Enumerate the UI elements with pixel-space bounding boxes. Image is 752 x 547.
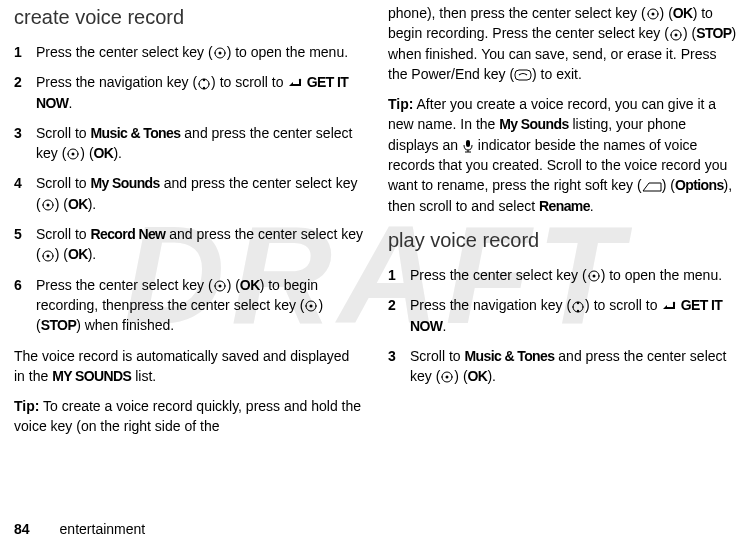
step-row: 3 Scroll to Music & Tones and press the … xyxy=(14,123,364,164)
svg-point-33 xyxy=(657,13,659,15)
text: OK xyxy=(240,277,260,293)
center-select-key-icon xyxy=(304,299,318,313)
right-column: phone), then press the center select key… xyxy=(388,3,738,515)
text: Scroll to xyxy=(36,175,90,191)
text: OK xyxy=(68,196,88,212)
step-row: 1 Press the center select key () to open… xyxy=(388,265,738,285)
text: ). xyxy=(88,246,97,262)
step-text: Scroll to Music & Tones and press the ce… xyxy=(410,346,738,387)
center-select-key-icon xyxy=(440,370,454,384)
svg-point-5 xyxy=(203,78,205,80)
section-name: entertainment xyxy=(60,519,146,539)
svg-point-3 xyxy=(224,52,226,54)
svg-point-44 xyxy=(588,275,590,277)
svg-point-35 xyxy=(674,33,677,36)
text: MY SOUNDS xyxy=(52,368,131,384)
center-select-key-icon xyxy=(587,269,601,283)
svg-point-36 xyxy=(670,34,672,36)
step-text: Press the center select key () to open t… xyxy=(36,42,364,62)
svg-point-25 xyxy=(224,285,226,287)
center-select-key-icon xyxy=(41,198,55,212)
step-number: 1 xyxy=(14,42,36,62)
step-row: 4 Scroll to My Sounds and press the cent… xyxy=(14,173,364,214)
get-it-now-icon xyxy=(287,78,303,90)
tip-label: Tip: xyxy=(388,96,413,112)
center-select-key-icon xyxy=(646,7,660,21)
navigation-key-icon xyxy=(197,77,211,91)
step-number: 3 xyxy=(388,346,410,387)
text: ). xyxy=(487,368,496,384)
step-row: 6 Press the center select key () (OK) to… xyxy=(14,275,364,336)
step-number: 3 xyxy=(14,123,36,164)
svg-point-23 xyxy=(218,284,221,287)
text: ). xyxy=(88,196,97,212)
svg-point-32 xyxy=(647,13,649,15)
power-end-key-icon xyxy=(514,69,532,81)
center-select-key-icon xyxy=(213,46,227,60)
text: ) to scroll to xyxy=(585,297,661,313)
microphone-icon xyxy=(462,139,474,153)
step-text: Scroll to Music & Tones and press the ce… xyxy=(36,123,364,164)
text: ) ( xyxy=(55,196,68,212)
text: ) ( xyxy=(227,277,240,293)
svg-point-31 xyxy=(651,13,654,16)
step-text: Press the navigation key () to scroll to… xyxy=(410,295,738,336)
text: Scroll to xyxy=(36,226,90,242)
svg-point-16 xyxy=(42,204,44,206)
svg-point-43 xyxy=(592,275,595,278)
svg-point-47 xyxy=(577,301,579,303)
svg-point-53 xyxy=(446,376,449,379)
text: ) ( xyxy=(80,145,93,161)
text: ) to open the menu. xyxy=(227,44,348,60)
step-row: 3 Scroll to Music & Tones and press the … xyxy=(388,346,738,387)
text: . xyxy=(68,95,72,111)
text: Press the navigation key ( xyxy=(410,297,571,313)
text: Rename xyxy=(539,198,590,214)
text: To create a voice record quickly, press … xyxy=(14,398,361,434)
text: . xyxy=(590,198,594,214)
svg-point-6 xyxy=(203,86,205,88)
step-text: Press the center select key () to open t… xyxy=(410,265,738,285)
text: . xyxy=(442,318,446,334)
text: ) ( xyxy=(683,25,696,41)
center-select-key-icon xyxy=(41,249,55,263)
text: ) ( xyxy=(454,368,467,384)
text: Press the center select key ( xyxy=(36,44,213,60)
page-content: create voice record 1 Press the center s… xyxy=(0,0,752,515)
svg-point-8 xyxy=(208,83,210,85)
text: Press the navigation key ( xyxy=(36,74,197,90)
step-number: 4 xyxy=(14,173,36,214)
svg-point-17 xyxy=(52,204,54,206)
step-row: 5 Scroll to Record New and press the cen… xyxy=(14,224,364,265)
step-text: Press the navigation key () to scroll to… xyxy=(36,72,364,113)
text: ) to exit. xyxy=(532,66,582,82)
text: ) when finished. xyxy=(76,317,174,333)
svg-point-27 xyxy=(310,305,313,308)
step-number: 1 xyxy=(388,265,410,285)
step-number: 2 xyxy=(14,72,36,113)
text: OK xyxy=(94,145,114,161)
page-number: 84 xyxy=(14,519,30,539)
svg-point-11 xyxy=(72,153,75,156)
page-footer: 84 entertainment xyxy=(14,519,145,539)
text: STOP xyxy=(41,317,76,333)
text: OK xyxy=(68,246,88,262)
text: Press the center select key ( xyxy=(410,267,587,283)
tip-paragraph: Tip: After you create a voice record, yo… xyxy=(388,94,738,216)
svg-point-7 xyxy=(198,83,200,85)
step-text: Scroll to My Sounds and press the center… xyxy=(36,173,364,214)
text: My Sounds xyxy=(90,175,159,191)
center-select-key-icon xyxy=(213,279,227,293)
text: ) ( xyxy=(55,246,68,262)
center-select-key-icon xyxy=(669,28,683,42)
svg-point-48 xyxy=(577,309,579,311)
step-row: 2 Press the navigation key () to scroll … xyxy=(14,72,364,113)
text: ) to scroll to xyxy=(211,74,287,90)
svg-rect-38 xyxy=(515,70,531,80)
paragraph-continuation: phone), then press the center select key… xyxy=(388,3,738,84)
text: Music & Tones xyxy=(464,348,554,364)
get-it-now-icon xyxy=(661,301,677,313)
tip-paragraph: Tip: To create a voice record quickly, p… xyxy=(14,396,364,437)
svg-point-2 xyxy=(214,52,216,54)
text: Press the center select key ( xyxy=(36,277,213,293)
